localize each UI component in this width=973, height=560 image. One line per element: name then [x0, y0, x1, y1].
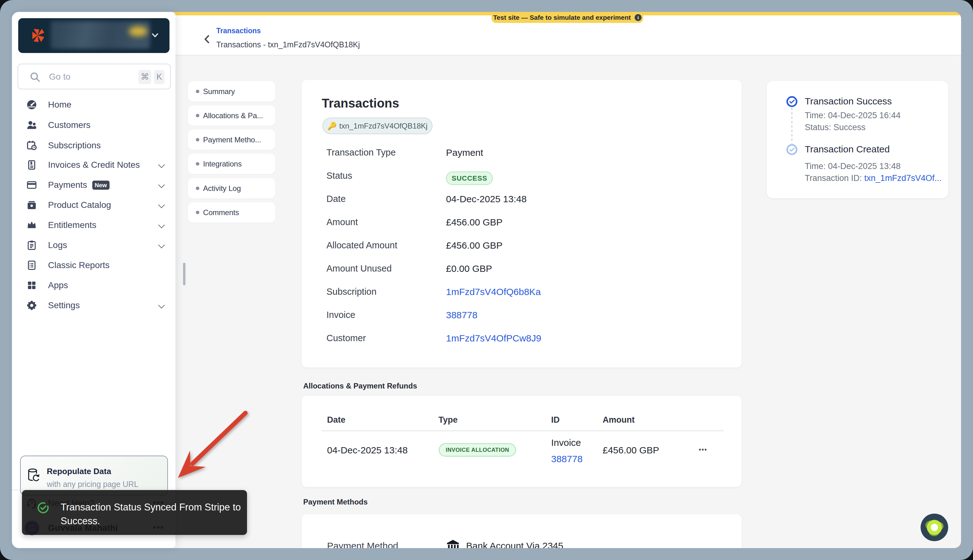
- svg-text:i: i: [637, 15, 639, 20]
